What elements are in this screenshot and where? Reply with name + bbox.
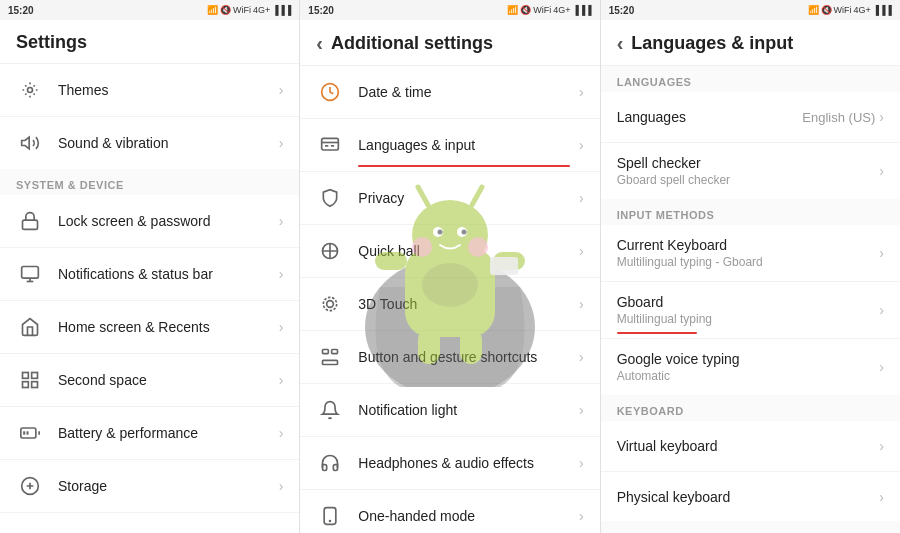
notificationlight-chevron: › [579,402,584,418]
notifications-label: Notifications & status bar [58,266,279,282]
gboard-active-indicator [617,332,697,334]
3dtouch-text: 3D Touch [358,296,579,312]
home-icon [16,313,44,341]
lang-item-gboard[interactable]: Gboard Multilingual typing › [601,281,900,338]
storage-text: Storage [58,478,279,494]
settings-content: Themes › Sound & vibration › SYSTEM & [0,64,299,533]
privacy-icon [316,184,344,212]
homescreen-label: Home screen & Recents [58,319,279,335]
homescreen-chevron: › [279,319,284,335]
battery-label: Battery & performance [58,425,279,441]
nav-item-languages[interactable]: Languages & input › [300,118,599,171]
status-icons-2: 📶🔇WiFi4G+▐▐▐ [507,5,591,15]
headphones-chevron: › [579,455,584,471]
svg-rect-8 [23,382,29,388]
battery-chevron: › [279,425,284,441]
sidebar-item-homescreen[interactable]: Home screen & Recents › [0,300,299,353]
languages-chevron: › [579,137,584,153]
languages-icon [316,131,344,159]
datetime-label: Date & time [358,84,579,100]
lang-item-virtualkeyboard[interactable]: Virtual keyboard › [601,421,900,471]
privacy-text: Privacy [358,190,579,206]
additional-content: Date & time › Languages & input › [300,66,599,533]
languages-content: LANGUAGES Languages English (US) › Spell… [601,66,900,533]
sidebar-item-notifications[interactable]: Notifications & status bar › [0,247,299,300]
sound-text: Sound & vibration [58,135,279,151]
privacy-label: Privacy [358,190,579,206]
secondspace-text: Second space [58,372,279,388]
sidebar-item-sound[interactable]: Sound & vibration › [0,116,299,169]
lang-item-googlevoice[interactable]: Google voice typing Automatic › [601,338,900,395]
lang-item-languages[interactable]: Languages English (US) › [601,92,900,142]
languages-active-indicator [358,165,569,167]
status-bar-1: 15:20 📶🔇WiFi4G+▐▐▐ [0,0,300,20]
status-bar-3: 15:20 📶🔇WiFi4G+▐▐▐ [601,0,900,20]
gboard-text: Gboard Multilingual typing [617,294,880,326]
virtualkeyboard-chevron: › [879,438,884,454]
svg-rect-6 [23,373,29,379]
lock-icon [16,207,44,235]
googlevoice-text: Google voice typing Automatic [617,351,880,383]
time-3: 15:20 [609,5,635,16]
spellchecker-chevron: › [879,163,884,179]
status-bar-2: 15:20 📶🔇WiFi4G+▐▐▐ [300,0,600,20]
languages-label: Languages & input [358,137,579,153]
headphones-text: Headphones & audio effects [358,455,579,471]
nav-item-onehanded[interactable]: One-handed mode › [300,489,599,533]
nav-item-headphones[interactable]: Headphones & audio effects › [300,436,599,489]
settings-title: Settings [16,32,87,53]
nav-item-privacy[interactable]: Privacy › [300,171,599,224]
sidebar-item-themes[interactable]: Themes › [0,64,299,116]
buttongesture-text: Button and gesture shortcuts [358,349,579,365]
sidebar-item-storage[interactable]: Storage › [0,459,299,512]
time-2: 15:20 [308,5,334,16]
quickball-icon [316,237,344,265]
svg-rect-27 [332,350,338,354]
battery-icon [16,419,44,447]
sound-label: Sound & vibration [58,135,279,151]
spellchecker-subtitle: Gboard spell checker [617,173,880,187]
physicalkeyboard-text: Physical keyboard [617,489,880,505]
nav-item-buttongesture[interactable]: Button and gesture shortcuts › [300,330,599,383]
svg-point-0 [28,88,33,93]
lang-item-spellchecker[interactable]: Spell checker Gboard spell checker › [601,142,900,199]
storage-chevron: › [279,478,284,494]
svg-rect-26 [323,350,329,354]
quickball-text: Quick ball [358,243,579,259]
nav-item-3dtouch[interactable]: 3D Touch › [300,277,599,330]
settings-panel: Settings Themes › [0,20,300,533]
sidebar-item-secondspace[interactable]: Second space › [0,353,299,406]
lang-item-physicalkeyboard[interactable]: Physical keyboard › [601,471,900,521]
svg-point-25 [324,297,337,310]
svg-marker-1 [22,137,30,149]
languages-input-panel: ‹ Languages & input LANGUAGES Languages … [601,20,900,533]
buttongesture-label: Button and gesture shortcuts [358,349,579,365]
nav-item-datetime[interactable]: Date & time › [300,66,599,118]
notificationlight-text: Notification light [358,402,579,418]
physicalkeyboard-label: Physical keyboard [617,489,880,505]
settings-header: Settings [0,20,299,64]
languages-item-chevron: › [879,109,884,125]
svg-rect-7 [32,373,38,379]
nav-item-notificationlight[interactable]: Notification light › [300,383,599,436]
status-icons-3: 📶🔇WiFi4G+▐▐▐ [808,5,892,15]
nav-item-quickball[interactable]: Quick ball › [300,224,599,277]
languages-text: Languages & input [358,137,579,153]
sidebar-item-additional[interactable]: Additional settings › [0,512,299,533]
lockscreen-label: Lock screen & password [58,213,279,229]
sidebar-item-lockscreen[interactable]: Lock screen & password › [0,195,299,247]
notificationlight-label: Notification light [358,402,579,418]
currentkeyboard-chevron: › [879,245,884,261]
back-arrow-additional[interactable]: ‹ [316,32,323,55]
virtualkeyboard-label: Virtual keyboard [617,438,880,454]
languages-title: Languages & input [631,33,793,54]
datetime-icon [316,78,344,106]
3dtouch-chevron: › [579,296,584,312]
battery-text: Battery & performance [58,425,279,441]
lang-item-currentkeyboard[interactable]: Current Keyboard Multilingual typing - G… [601,225,900,281]
buttongesture-chevron: › [579,349,584,365]
languages-item-label: Languages [617,109,803,125]
sidebar-item-battery[interactable]: Battery & performance › [0,406,299,459]
back-arrow-languages[interactable]: ‹ [617,32,624,55]
googlevoice-chevron: › [879,359,884,375]
